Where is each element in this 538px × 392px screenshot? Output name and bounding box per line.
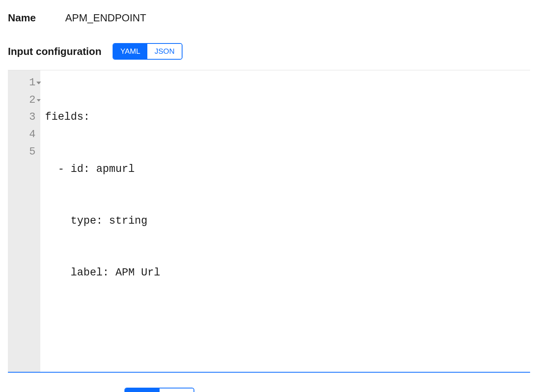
gutter-line: 1 [8,74,37,92]
gutter-line: 4 [8,126,37,143]
code-line: type: string [45,213,525,230]
input-format-toggle: YAML JSON [113,43,182,60]
input-config-header: Input configuration YAML JSON [8,43,530,60]
input-json-tab[interactable]: JSON [147,44,182,59]
input-yaml-tab[interactable]: YAML [113,44,147,59]
injector-format-toggle: YAML JSON [124,388,194,392]
code-line: label: APM Url [45,264,525,282]
fold-caret-icon[interactable] [36,81,41,84]
config-form: Name APM_ENDPOINT Input configuration YA… [0,0,538,392]
code-line [45,316,525,334]
injector-yaml-tab[interactable]: YAML [125,388,159,392]
fold-caret-icon[interactable] [37,99,41,102]
input-config-editor[interactable]: 1 2 3 4 5 fields: - id: apmurl type: str… [8,70,530,373]
injector-config-header: Injector configuration YAML JSON [8,388,530,392]
gutter-line: 3 [8,109,37,126]
name-value: APM_ENDPOINT [65,12,146,24]
name-row: Name APM_ENDPOINT [8,12,530,24]
code-line: - id: apmurl [45,161,525,178]
injector-config-title: Injector configuration [8,390,113,392]
code-line: fields: [45,109,525,126]
gutter-line: 5 [8,143,37,161]
name-label: Name [8,12,65,24]
injector-json-tab[interactable]: JSON [160,388,194,392]
gutter-line: 2 [8,92,37,109]
input-editor-code[interactable]: fields: - id: apmurl type: string label:… [40,70,530,372]
input-editor-gutter: 1 2 3 4 5 [8,70,40,372]
input-config-title: Input configuration [8,45,102,58]
